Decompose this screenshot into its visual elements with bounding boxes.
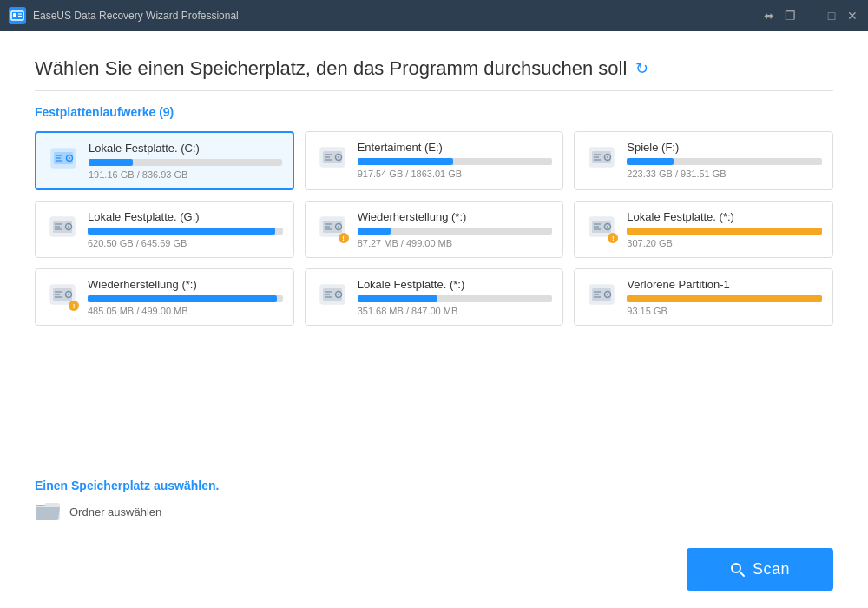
app-title: EaseUS Data Recovery Wizard Professional [33, 10, 762, 22]
drive-size: 223.33 GB / 931.51 GB [627, 169, 822, 179]
drive-bar [627, 228, 822, 235]
drive-size: 191.16 GB / 836.93 GB [89, 169, 282, 180]
drive-bar-container [358, 228, 553, 235]
drive-name: Wiederherstellung (*:) [358, 210, 553, 223]
drive-name: Lokale Festplatte. (*:) [627, 210, 822, 223]
folder-section-title: Einen Speicherplatz auswählen. [35, 479, 833, 492]
drive-card[interactable]: ! Lokale Festplatte. (*:)307.20 GB [574, 201, 833, 258]
drive-name: Lokale Festplatte. (*:) [358, 278, 553, 291]
drive-card[interactable]: Lokale Festplatte. (G:)620.50 GB / 645.6… [35, 201, 294, 258]
drive-bar [88, 228, 275, 235]
drive-bar [358, 158, 453, 165]
drive-size: 620.50 GB / 645.69 GB [88, 238, 283, 248]
drive-info: Entertaiment (E:)917.54 GB / 1863.01 GB [358, 141, 553, 179]
page-title: Wählen Sie einen Speicherplatz, den das … [35, 57, 833, 80]
drive-icon: ! [316, 210, 349, 243]
drive-info: Lokale Festplatte. (G:)620.50 GB / 645.6… [88, 210, 283, 248]
drive-info: Lokale Festplatte. (*:)351.68 MB / 847.0… [358, 278, 553, 316]
svg-line-68 [740, 572, 744, 576]
drive-bar-container [89, 159, 282, 166]
drive-card[interactable]: Lokale Festplatte. (C:)191.16 GB / 836.9… [35, 131, 294, 190]
drive-info: Verlorene Partition-193.15 GB [627, 278, 822, 316]
drive-bar-container [627, 295, 822, 302]
drive-bar [627, 158, 674, 165]
drive-name: Verlorene Partition-1 [627, 278, 822, 291]
drive-size: 87.27 MB / 499.00 MB [358, 238, 553, 248]
maximize-btn[interactable]: □ [825, 9, 838, 23]
main-content: Wählen Sie einen Speicherplatz, den das … [0, 31, 868, 539]
drive-bar-container [627, 228, 822, 235]
drives-section-title: Festplattenlaufwerke (9) [35, 105, 833, 119]
svg-point-21 [607, 156, 608, 158]
drive-bar [89, 159, 133, 166]
drive-bar-container [358, 295, 553, 302]
drive-icon: ! [585, 210, 618, 243]
back-btn[interactable]: ⬌ [762, 9, 776, 23]
drive-name: Lokale Festplatte. (C:) [89, 142, 282, 155]
drive-bar-container [358, 158, 553, 165]
folder-icon [35, 501, 61, 522]
drive-grid: Lokale Festplatte. (C:)191.16 GB / 836.9… [35, 131, 833, 326]
drive-bar-container [88, 228, 283, 235]
svg-rect-1 [13, 13, 16, 17]
drive-card[interactable]: Entertaiment (E:)917.54 GB / 1863.01 GB [305, 131, 564, 190]
window-controls: ⬌ ❐ — □ ✕ [762, 9, 859, 23]
drive-bar-container [627, 158, 822, 165]
drive-icon [47, 142, 80, 175]
svg-point-49 [68, 294, 69, 295]
drive-icon [585, 141, 618, 174]
svg-point-35 [338, 226, 339, 228]
svg-point-63 [607, 294, 608, 295]
drive-card[interactable]: ! Wiederherstellung (*:)485.05 MB / 499.… [35, 268, 294, 326]
close-btn[interactable]: ✕ [845, 9, 859, 23]
drive-size: 485.05 MB / 499.00 MB [88, 306, 283, 316]
drive-bar [358, 228, 391, 235]
app-icon [9, 7, 26, 24]
restore-btn[interactable]: ❐ [783, 9, 797, 23]
drive-name: Entertaiment (E:) [358, 141, 553, 154]
warning-badge: ! [69, 301, 79, 311]
page-title-text: Wählen Sie einen Speicherplatz, den das … [35, 57, 627, 80]
drive-size: 307.20 GB [627, 238, 822, 248]
drive-card[interactable]: Spiele (F:)223.33 GB / 931.51 GB [574, 131, 833, 190]
drive-name: Lokale Festplatte. (G:) [88, 210, 283, 223]
drive-icon [585, 278, 618, 311]
svg-point-14 [338, 156, 339, 158]
warning-badge: ! [339, 233, 349, 243]
drive-card[interactable]: Lokale Festplatte. (*:)351.68 MB / 847.0… [305, 268, 564, 326]
scan-search-icon [730, 562, 746, 578]
folder-select[interactable]: Ordner auswählen [35, 501, 833, 522]
folder-section: Einen Speicherplatz auswählen. Ordner au… [35, 466, 833, 522]
minimize-btn[interactable]: — [804, 9, 818, 23]
scan-button-area: Scan [0, 539, 868, 608]
svg-point-28 [68, 226, 69, 228]
svg-point-56 [338, 294, 339, 295]
drive-card[interactable]: Verlorene Partition-193.15 GB [574, 268, 833, 326]
svg-point-7 [69, 157, 70, 159]
drive-info: Lokale Festplatte. (*:)307.20 GB [627, 210, 822, 248]
drive-info: Spiele (F:)223.33 GB / 931.51 GB [627, 141, 822, 179]
drive-size: 93.15 GB [627, 306, 822, 316]
drive-bar [358, 295, 437, 302]
scan-button-label: Scan [753, 560, 790, 578]
folder-select-label: Ordner auswählen [69, 506, 161, 519]
drive-icon [46, 210, 79, 243]
drive-name: Spiele (F:) [627, 141, 822, 154]
drive-info: Wiederherstellung (*:)485.05 MB / 499.00… [88, 278, 283, 316]
drive-icon [316, 278, 349, 311]
drive-size: 351.68 MB / 847.00 MB [358, 306, 553, 316]
drive-info: Lokale Festplatte. (C:)191.16 GB / 836.9… [89, 142, 282, 180]
drive-bar [627, 295, 822, 302]
refresh-icon[interactable]: ↻ [635, 59, 648, 78]
drive-icon [316, 141, 349, 174]
drive-bar-container [88, 295, 283, 302]
drive-info: Wiederherstellung (*:)87.27 MB / 499.00 … [358, 210, 553, 248]
drive-icon: ! [46, 278, 79, 311]
drive-size: 917.54 GB / 1863.01 GB [358, 169, 553, 179]
warning-badge: ! [608, 233, 618, 243]
scan-button[interactable]: Scan [687, 548, 833, 591]
titlebar: EaseUS Data Recovery Wizard Professional… [0, 0, 868, 31]
drive-card[interactable]: ! Wiederherstellung (*:)87.27 MB / 499.0… [305, 201, 564, 258]
svg-point-42 [607, 226, 608, 228]
drive-bar [88, 295, 277, 302]
